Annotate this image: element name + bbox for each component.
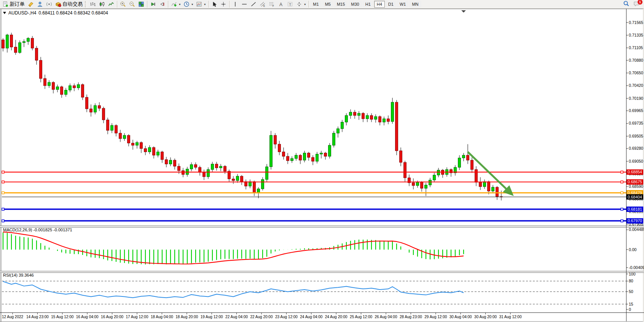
svg-text:18 Aug 20:00: 18 Aug 20:00 [175,315,198,319]
chart-canvas[interactable]: 0.715650.713350.711050.708800.706500.704… [0,9,644,322]
toolbar-separator [147,1,147,8]
svg-text:16 Aug 20:00: 16 Aug 20:00 [101,315,123,319]
search-icon[interactable] [623,0,630,8]
svg-text:0.69050: 0.69050 [629,159,643,163]
bar-chart-icon[interactable] [88,0,97,8]
horizontal-line-tool-icon[interactable] [240,0,249,8]
svg-text:16 Aug 04:00: 16 Aug 04:00 [76,315,99,319]
timeframe-D1[interactable]: D1 [386,1,396,8]
toolbar-separator [208,1,209,8]
svg-text:50: 50 [629,289,633,294]
cursor-icon[interactable] [210,0,219,8]
svg-text:31 Aug 12:00: 31 Aug 12:00 [499,315,522,319]
profile-icon[interactable] [35,0,45,8]
timeframe-M1[interactable]: M1 [310,1,321,8]
autotrading-label: 自动交易 [62,1,83,8]
auto-scroll-icon[interactable] [148,0,158,8]
chart-shift-icon[interactable] [158,0,167,8]
notification-badge: 1 [637,0,643,5]
svg-text:23 Aug 12:00: 23 Aug 12:00 [275,315,298,319]
timeframe-H1[interactable]: H1 [363,1,373,8]
svg-text:RSI(14) 39.3646: RSI(14) 39.3646 [3,273,34,277]
candles [2,33,503,200]
svg-text:0.68854: 0.68854 [628,170,642,174]
symbol-ohlc-quote: 0.68411 0.68424 0.68342 0.68404 [38,10,108,16]
svg-text:12 Aug 2022: 12 Aug 2022 [2,315,24,319]
svg-text:22 Aug 20:00: 22 Aug 20:00 [250,315,273,319]
svg-text:0.70190: 0.70190 [629,96,643,101]
signal-icon[interactable] [45,0,54,8]
svg-text:T: T [289,3,292,6]
svg-text:MACD(12,26,9) -0.001825 -0.001: MACD(12,26,9) -0.001825 -0.001371 [3,227,72,232]
timeframe-M30[interactable]: M30 [348,1,362,8]
svg-text:100: 100 [629,272,636,276]
collapse-triangle-icon[interactable] [3,12,6,14]
timeframe-M15[interactable]: M15 [334,1,348,8]
svg-text:17 Aug 12:00: 17 Aug 12:00 [126,315,148,319]
svg-text:15 Aug 12:00: 15 Aug 12:00 [51,315,73,319]
time-axis[interactable]: 12 Aug 202214 Aug 23:0015 Aug 12:0016 Au… [2,312,522,319]
svg-text:19 Aug 12:00: 19 Aug 12:00 [201,315,223,319]
svg-text:0.67970: 0.67970 [628,218,642,223]
notifications-button[interactable]: 1 [633,1,640,8]
svg-text:0: 0 [629,307,631,312]
svg-text:-0.004098: -0.004098 [629,265,644,270]
crosshair-icon[interactable] [219,0,228,8]
templates-menu-button[interactable] [194,0,207,8]
svg-text:0.69965: 0.69965 [629,108,643,113]
vertical-line-tool-icon[interactable] [231,0,240,8]
svg-text:29 Aug 12:00: 29 Aug 12:00 [424,315,447,319]
line-chart-icon[interactable] [107,0,116,8]
chart-shift-marker[interactable] [461,10,466,13]
svg-text:0.71335: 0.71335 [629,33,643,37]
svg-text:0.71565: 0.71565 [629,20,643,25]
svg-text:0.68590: 0.68590 [629,184,643,189]
toolbar-handle [85,1,87,7]
toolbar-separator [308,1,309,8]
timeframe-W1[interactable]: W1 [397,1,409,8]
rsi-indicator: RSI(14) 39.36461008050150 [2,272,636,312]
svg-text:15: 15 [629,302,633,306]
svg-text:0.70420: 0.70420 [629,83,643,88]
indicators-menu-button[interactable] [169,0,182,8]
svg-text:18 Aug 04:00: 18 Aug 04:00 [151,315,173,319]
arrows-tool-icon[interactable] [295,0,307,8]
fibonacci-tool-icon[interactable]: F [267,0,276,8]
toolbar-separator [117,1,117,8]
svg-text:26 Aug 04:00: 26 Aug 04:00 [375,315,397,319]
styles-icon[interactable] [26,0,35,8]
svg-text:24 Aug 04:00: 24 Aug 04:00 [300,315,322,319]
new-order-button[interactable]: 新订单 [1,0,26,8]
autotrading-icon [55,1,61,7]
main-toolbar: 新订单 自动交易 E F A T M1M5M15M30H1H4D1W1MN 1 [0,0,644,9]
svg-text:0.70650: 0.70650 [629,70,643,75]
svg-text:0.69280: 0.69280 [629,146,643,151]
timeframe-H4[interactable]: H4 [374,1,385,8]
zoom-out-icon[interactable] [128,0,137,8]
trendline-tool-icon[interactable] [249,0,258,8]
svg-text:14 Aug 23:00: 14 Aug 23:00 [26,315,49,319]
svg-text:0.70880: 0.70880 [629,58,643,62]
channel-tool-icon[interactable]: E [258,0,267,8]
zoom-in-icon[interactable] [118,0,128,8]
symbol-title: AUDUSD-,H4 [8,10,36,16]
svg-text:30 Aug 20:00: 30 Aug 20:00 [474,315,497,319]
svg-text:22 Aug 04:00: 22 Aug 04:00 [225,315,248,319]
tile-windows-icon[interactable] [137,0,146,8]
macd-indicator: MACD(12,26,9) -0.001825 -0.0013710.00448… [3,227,644,269]
timeframe-group: M1M5M15M30H1H4D1W1MN [310,1,421,8]
svg-text:80: 80 [629,279,633,283]
candlestick-chart-icon[interactable] [97,0,107,8]
svg-text:0.68181: 0.68181 [628,207,642,211]
timeframe-M5[interactable]: M5 [322,1,333,8]
timeframe-MN[interactable]: MN [409,1,421,8]
autotrading-button[interactable]: 自动交易 [54,0,84,8]
svg-text:30 Aug 04:00: 30 Aug 04:00 [450,315,472,319]
text-tool-icon[interactable]: A [276,0,285,8]
window-frame [0,9,644,322]
svg-text:25 Aug 12:00: 25 Aug 12:00 [350,315,372,319]
periods-menu-button[interactable] [182,0,194,8]
text-label-tool-icon[interactable]: T [285,0,295,8]
price-badges: 0.688540.686750.684790.684040.681810.679… [626,170,643,224]
level-lines[interactable] [2,171,626,222]
